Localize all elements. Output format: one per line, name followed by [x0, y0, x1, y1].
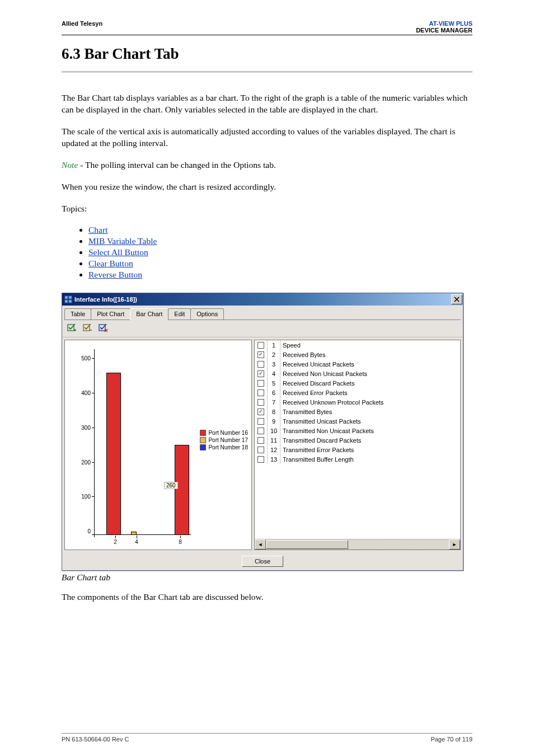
variable-checkbox[interactable]: [257, 342, 264, 349]
tab-bar-chart[interactable]: Bar Chart: [130, 308, 168, 320]
window-title: Interface Info([16-18]): [74, 296, 137, 303]
y-axis: [94, 349, 95, 537]
xtick-label-4: 4: [135, 539, 138, 545]
paragraph-2: The scale of the vertical axis is automa…: [62, 126, 472, 149]
variable-label: Speed: [280, 340, 460, 350]
topic-link-mib-variable-table[interactable]: MIB Variable Table: [88, 236, 157, 246]
section-title: 6.3 Bar Chart Tab: [62, 45, 472, 63]
chart-panel: 2 4 8 500 400 300 200 100 0: [64, 340, 252, 550]
ytick-0: 0: [87, 528, 91, 534]
scroll-right-arrow[interactable]: ►: [449, 539, 460, 550]
variable-label: Received Unicast Packets: [280, 359, 460, 369]
closing-paragraph: The components of the Bar Chart tab are …: [62, 591, 472, 603]
header-right: AT-VIEW PLUS DEVICE MANAGER: [416, 20, 472, 34]
variable-checkbox[interactable]: [257, 447, 264, 453]
scroll-track[interactable]: [266, 539, 449, 550]
page-footer: PN 613-50664-00 Rev C Page 70 of 119: [62, 733, 472, 743]
header-module: DEVICE MANAGER: [416, 27, 472, 34]
tab-table[interactable]: Table: [64, 308, 91, 320]
svg-rect-3: [69, 300, 72, 303]
variable-list-spacer: [255, 464, 460, 539]
variable-row: 6Received Error Packets: [255, 388, 460, 397]
svg-rect-0: [65, 296, 68, 299]
ytick-300: 300: [81, 425, 91, 431]
variable-checkbox[interactable]: ✓: [257, 370, 264, 377]
variable-checkbox-cell: [255, 388, 268, 397]
legend-item-18: Port Number 18: [200, 444, 248, 450]
ytick-100: 100: [81, 494, 91, 500]
legend-swatch-blue: [200, 444, 206, 450]
variable-checkbox[interactable]: [257, 456, 264, 463]
variable-checkbox-cell: [255, 454, 268, 464]
legend-item-17: Port Number 17: [200, 437, 248, 443]
clear-button[interactable]: [81, 321, 95, 335]
variable-row: ✓4Received Non Unicast Packets: [255, 369, 460, 378]
legend: Port Number 16 Port Number 17 Port Numbe…: [200, 429, 248, 452]
variable-panel: 1Speed✓2Received Bytes3Received Unicast …: [254, 340, 461, 550]
variable-checkbox-cell: ✓: [255, 350, 268, 359]
app-icon: [64, 295, 72, 303]
variable-checkbox-cell: [255, 445, 268, 454]
variable-label: Received Discard Packets: [280, 378, 460, 388]
scroll-left-arrow[interactable]: ◄: [255, 539, 266, 550]
variable-checkbox[interactable]: [257, 437, 264, 444]
variable-checkbox-cell: [255, 378, 268, 388]
variable-checkbox[interactable]: [257, 428, 264, 434]
variable-row: ✓2Received Bytes: [255, 350, 460, 359]
legend-swatch-orange: [200, 437, 206, 443]
variable-checkbox[interactable]: [257, 399, 264, 406]
variable-checkbox[interactable]: [257, 380, 264, 387]
variable-number: 2: [268, 350, 280, 359]
tab-plot-chart[interactable]: Plot Chart: [91, 308, 130, 320]
variable-number: 1: [268, 340, 280, 350]
variable-checkbox-cell: [255, 340, 268, 350]
select-all-button[interactable]: [65, 321, 79, 335]
xtick-2: [115, 536, 116, 538]
ytick-line: [92, 462, 95, 463]
reverse-button[interactable]: [96, 321, 111, 335]
variable-row: 3Received Unicast Packets: [255, 359, 460, 369]
legend-item-16: Port Number 16: [200, 430, 248, 436]
header-left: Allied Telesyn: [62, 20, 102, 27]
variable-checkbox-cell: [255, 416, 268, 426]
variable-checkbox[interactable]: [257, 418, 264, 425]
variable-checkbox[interactable]: ✓: [257, 351, 264, 358]
topic-link-clear[interactable]: Clear Button: [88, 259, 133, 268]
variable-checkbox[interactable]: ✓: [257, 408, 264, 415]
variable-checkbox-cell: ✓: [255, 369, 268, 378]
interface-info-window: Interface Info([16-18]) Table Plot Chart…: [62, 293, 463, 571]
tab-edit[interactable]: Edit: [168, 308, 191, 320]
tab-options[interactable]: Options: [190, 308, 224, 320]
variable-label: Received Bytes: [280, 350, 460, 359]
legend-swatch-red: [200, 430, 206, 436]
variable-checkbox-cell: [255, 426, 268, 435]
variable-row: 9Transmitted Unicast Packets: [255, 416, 460, 426]
topic-link-select-all[interactable]: Select All Button: [88, 247, 148, 257]
topic-link-chart[interactable]: Chart: [88, 225, 107, 234]
variable-number: 7: [268, 397, 280, 407]
value-label-260: 260: [164, 482, 178, 489]
variable-checkbox[interactable]: [257, 389, 264, 396]
variable-label: Received Error Packets: [280, 388, 460, 397]
variable-label: Transmitted Unicast Packets: [280, 416, 460, 426]
scroll-thumb[interactable]: [266, 540, 348, 549]
variable-checkbox-cell: ✓: [255, 407, 268, 416]
topic-list: Chart MIB Variable Table Select All Butt…: [62, 224, 472, 280]
close-button[interactable]: Close: [242, 556, 283, 567]
variable-checkbox[interactable]: [257, 361, 264, 368]
h-scrollbar[interactable]: ◄ ►: [255, 539, 460, 550]
variable-row: 11Transmitted Discard Packets: [255, 435, 460, 445]
xtick-label-2: 2: [114, 539, 117, 545]
variable-number: 4: [268, 369, 280, 378]
variable-checkbox-cell: [255, 397, 268, 407]
page-header: Allied Telesyn AT-VIEW PLUS DEVICE MANAG…: [62, 20, 472, 34]
variable-label: Received Unknown Protocol Packets: [280, 397, 460, 407]
footer-left: PN 613-50664-00 Rev C: [62, 736, 129, 743]
variable-number: 9: [268, 416, 280, 426]
variable-row: 1Speed: [255, 340, 460, 350]
topic-link-reverse[interactable]: Reverse Button: [88, 270, 142, 279]
note-text: - The polling interval can be changed in…: [78, 160, 276, 170]
variable-number: 6: [268, 388, 280, 397]
title-close-button[interactable]: [451, 294, 462, 304]
variable-label: Transmitted Buffer Length: [280, 454, 460, 464]
